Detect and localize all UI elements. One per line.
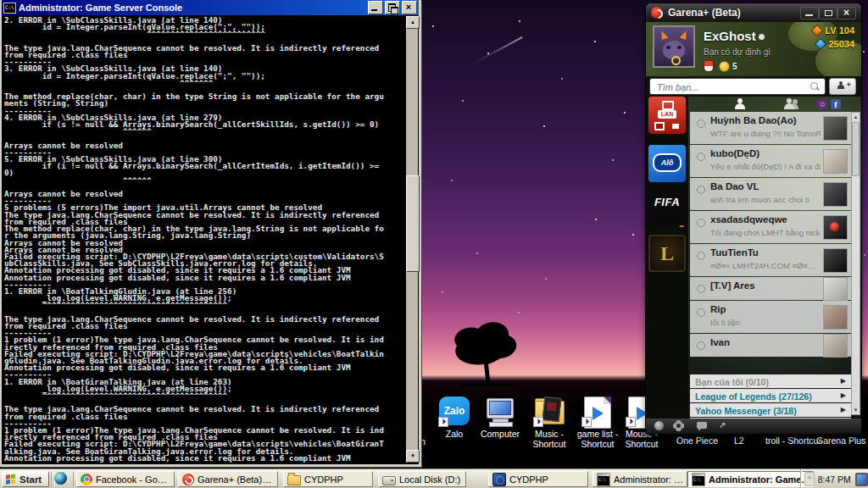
scroll-down-button[interactable]: ▼ bbox=[406, 450, 420, 463]
settings-gear-icon[interactable] bbox=[675, 422, 682, 430]
friend-row[interactable]: Ivan bbox=[690, 334, 851, 357]
desktop-icon-label[interactable]: L2 bbox=[734, 435, 744, 446]
console-window: C:\ Administrator: Game Server Console ×… bbox=[0, 0, 421, 467]
taskbar-task-button[interactable]: Administrator: Game... bbox=[687, 471, 814, 487]
friend-name: Rip bbox=[710, 304, 726, 314]
game-tile[interactable]: L bbox=[648, 235, 686, 272]
desktop-icon[interactable]: Music - Shortcut bbox=[525, 396, 574, 449]
coin-icon bbox=[719, 61, 730, 72]
scroll-up-button[interactable]: ▲ bbox=[406, 16, 420, 29]
yahoo-icon[interactable]: ☺ bbox=[817, 99, 827, 109]
friend-row[interactable]: Huỳnh Ba Dao(Ao) WTF are u duing ?!! No … bbox=[690, 112, 851, 144]
system-tray: ^ 8:47 PM bbox=[800, 469, 868, 488]
display-tray-icon[interactable] bbox=[855, 473, 868, 486]
garena-toolbar: ↗ bbox=[646, 419, 861, 434]
presence-dot-icon bbox=[697, 285, 705, 293]
computer-icon bbox=[484, 396, 516, 427]
friend-status: ¤Ø¤« LMHT24H.COM ¤Ø¤… bbox=[710, 261, 815, 270]
search-input[interactable] bbox=[655, 80, 803, 95]
console-titlebar[interactable]: C:\ Administrator: Game Server Console × bbox=[2, 0, 419, 15]
level-icon bbox=[811, 25, 823, 36]
friend-row[interactable]: Ba Dao VL anh tra em muon acc choi ti bbox=[690, 178, 851, 210]
hide-icons-chevron[interactable]: ^ bbox=[804, 472, 815, 486]
desktop-icon[interactable]: Zalo Zalo bbox=[430, 396, 479, 440]
friend-status: Yêu e nhất đó(DẹD) ! A đi xa đây ! bbox=[710, 162, 821, 171]
facebook-icon[interactable]: f bbox=[831, 99, 841, 109]
friend-row[interactable]: [T.V] Ares bbox=[690, 277, 851, 300]
friend-status: tôi ti tiện bbox=[710, 318, 740, 327]
desktop-icon[interactable]: Computer bbox=[476, 396, 525, 440]
minimize-button[interactable] bbox=[368, 1, 383, 14]
shortcut-arrow-icon bbox=[438, 417, 448, 427]
scrollbar-thumb[interactable] bbox=[852, 122, 860, 176]
friend-name: Ivan bbox=[710, 337, 730, 347]
windows-flag-icon bbox=[6, 474, 16, 484]
group-row[interactable]: League of Legends (27/126) ▶ bbox=[690, 389, 851, 402]
task-icon bbox=[492, 473, 506, 486]
add-friend-button[interactable]: + bbox=[829, 78, 856, 95]
friend-avatar bbox=[823, 334, 848, 358]
desktop-icon-label: Computer bbox=[476, 430, 525, 440]
avatar[interactable] bbox=[653, 25, 695, 68]
console-system-icon[interactable]: C:\ bbox=[3, 3, 16, 14]
friend-row[interactable]: TuuTienTu ¤Ø¤« LMHT24H.COM ¤Ø¤… bbox=[690, 244, 851, 276]
presence-dot-icon bbox=[697, 341, 705, 350]
close-button[interactable] bbox=[837, 7, 856, 19]
expand-arrow-icon: ▶ bbox=[841, 403, 846, 417]
desktop-icon[interactable]: game list - Shortcut bbox=[573, 396, 622, 449]
taskbar-task-button[interactable]: CYDPHP bbox=[488, 471, 588, 487]
desktop-icon-label[interactable]: troll - Shortcut bbox=[765, 435, 821, 446]
group-row[interactable]: Yahoo Messenger (3/18) ▶ bbox=[690, 403, 851, 417]
friend-avatar bbox=[823, 116, 848, 141]
restore-button[interactable] bbox=[385, 1, 400, 14]
person-icon bbox=[837, 81, 843, 87]
taskbar-task-button[interactable]: Garena+ (Beta) - ExGhost bbox=[178, 471, 278, 487]
desktop-icon-label[interactable]: One Piece bbox=[676, 435, 718, 446]
scroll-up-button[interactable]: ▲ bbox=[852, 113, 860, 121]
friends-scrollbar[interactable]: ▲ ▼ bbox=[851, 112, 860, 415]
chat-bubble-icon[interactable] bbox=[697, 422, 707, 429]
friends-tab-icon[interactable] bbox=[734, 98, 746, 109]
friend-status: anh tra em muon acc choi ti bbox=[710, 195, 810, 204]
expand-arrow-icon: ▶ bbox=[841, 374, 846, 388]
group-row[interactable]: Bạn của tôi (0/10) ▶ bbox=[690, 374, 851, 388]
taskbar-task-button[interactable]: Administrator: Login Ser... bbox=[593, 471, 687, 487]
friend-row[interactable]: Rip tôi ti tiện bbox=[690, 301, 851, 333]
game-tile[interactable]: FIFA ONLINE 3 bbox=[648, 190, 686, 227]
friend-name: xsadasdqweqwe bbox=[710, 214, 787, 225]
task-label: Administrator: Game... bbox=[709, 474, 810, 485]
scroll-down-button[interactable]: ▼ bbox=[852, 406, 860, 414]
console-output: 2. ERROR in \SubClassSkills.java (at lin… bbox=[4, 17, 404, 463]
minimize-button[interactable] bbox=[800, 7, 819, 19]
taskbar-task-button[interactable]: CYDPHP bbox=[283, 471, 373, 487]
friend-row[interactable]: xsadasdqweqwe Tôi đang chơi LMHT bằng ni… bbox=[690, 211, 851, 243]
garena-body: Alô FIFA ONLINE 3 L bbox=[646, 97, 861, 419]
console-scrollbar[interactable]: ▲ ▼ bbox=[406, 16, 418, 463]
quick-launch[interactable] bbox=[54, 472, 70, 486]
start-button[interactable]: Start bbox=[2, 471, 49, 487]
task-icon bbox=[81, 474, 92, 485]
taskbar-task-button[interactable]: Facebook - Google Chrome bbox=[76, 471, 175, 487]
friend-avatar bbox=[823, 248, 848, 273]
game-tile[interactable]: Alô bbox=[648, 145, 686, 182]
desktop: Zalo Zalo Computer bbox=[0, 0, 868, 488]
scrollbar-thumb[interactable] bbox=[406, 175, 420, 272]
maximize-button[interactable] bbox=[819, 7, 837, 19]
user-name[interactable]: ExGhost bbox=[704, 29, 756, 43]
taskbar-clock: 8:47 PM bbox=[818, 474, 851, 485]
status-dot-icon bbox=[759, 34, 765, 40]
groups-tab-icon[interactable] bbox=[783, 98, 795, 109]
presence-dot-icon bbox=[697, 308, 705, 317]
game-tile[interactable]: LAN bbox=[648, 97, 686, 134]
taskbar-task-button[interactable]: Local Disk (D:) bbox=[378, 471, 466, 487]
expand-arrows-icon[interactable]: ↗ bbox=[719, 421, 728, 430]
task-label: CYDPHP bbox=[509, 474, 548, 485]
desktop-icon-label[interactable]: Garena Plus bbox=[816, 435, 865, 446]
close-button[interactable]: × bbox=[402, 1, 417, 14]
coin-count: 5 bbox=[732, 62, 737, 71]
user-status-message[interactable]: Bạn có dự định gì bbox=[704, 47, 771, 57]
desktop-icon-label: game list - Shortcut bbox=[573, 430, 622, 449]
friend-row[interactable]: kubo(DẹD) Yêu e nhất đó(DẹD) ! A đi xa đ… bbox=[690, 145, 851, 177]
task-label: Administrator: Login Ser... bbox=[614, 474, 683, 485]
volume-icon[interactable] bbox=[654, 421, 664, 430]
